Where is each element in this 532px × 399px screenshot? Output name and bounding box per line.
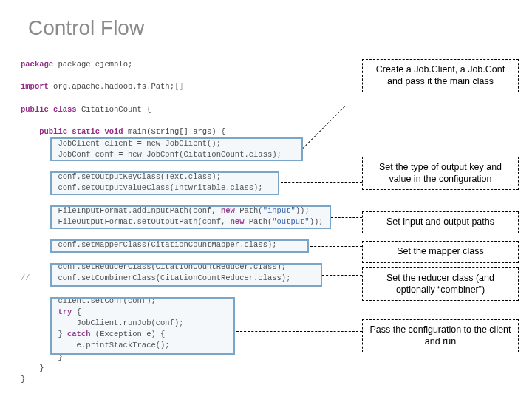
highlight-mapper [50, 239, 309, 253]
annotation-mapper: Set the mapper class [362, 241, 519, 263]
connector-line [322, 275, 362, 276]
highlight-reducer [50, 263, 322, 287]
code-line: package package ejemplo; [21, 59, 338, 70]
code-blank [21, 160, 338, 171]
code-blank [21, 228, 338, 239]
connector-line [310, 246, 362, 247]
connector-line [281, 182, 362, 183]
connector-line [331, 217, 362, 218]
annotation-paths: Set input and output paths [362, 211, 519, 233]
code-line: public static void main(String[] args) { [21, 126, 338, 137]
annotation-reducer: Set the reducer class (and optionally “c… [362, 267, 519, 301]
slide-title: Control Flow [28, 16, 144, 40]
highlight-outputclass [50, 171, 279, 195]
code-blank [21, 115, 338, 126]
connector-line [236, 331, 362, 332]
code-blank [21, 194, 338, 205]
highlight-jobclient [50, 137, 303, 161]
code-line: } [21, 363, 338, 374]
highlight-paths [50, 205, 331, 229]
annotation-jobclient: Create a Job.Client, a Job.Conf and pass… [362, 59, 519, 92]
annotation-run: Pass the configuration to the client and… [362, 319, 519, 352]
annotation-outputclass: Set the type of output key and value in … [362, 157, 519, 190]
code-line: } [21, 374, 338, 385]
code-line: public class CitationCount { [21, 104, 338, 115]
highlight-run [50, 297, 235, 355]
code-blank [21, 93, 338, 104]
code-line: import org.apache.hadoop.fs.Path;[] [21, 81, 338, 92]
code-blank [21, 70, 338, 81]
